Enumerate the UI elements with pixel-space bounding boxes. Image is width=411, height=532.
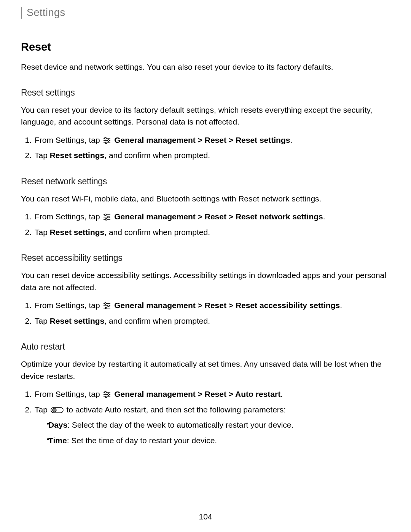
header-breadcrumb: Settings: [27, 7, 65, 18]
section-text: You can reset device accessibility setti…: [21, 269, 390, 293]
step-item: From Settings, tap General management > …: [33, 134, 390, 147]
section-heading-auto-restart: Auto restart: [21, 342, 390, 352]
step-item: Tap Reset settings, and confirm when pro…: [33, 315, 390, 328]
bullet-item: Time: Set the time of day to restart you…: [47, 435, 390, 447]
step-item: From Settings, tap General management > …: [33, 388, 390, 401]
steps-list: From Settings, tap General management > …: [21, 388, 390, 447]
sliders-icon: [103, 390, 111, 397]
page-title: Reset: [21, 41, 390, 53]
intro-paragraph: Reset device and network settings. You c…: [21, 61, 390, 73]
step-item: Tap Reset settings, and confirm when pro…: [33, 149, 390, 162]
page-header: Settings: [21, 7, 390, 19]
sliders-icon: [103, 136, 111, 143]
bullet-item: Days: Select the day of the week to auto…: [47, 419, 390, 431]
bullet-list: Days: Select the day of the week to auto…: [35, 419, 390, 447]
section-heading-reset-network: Reset network settings: [21, 176, 390, 187]
section-heading-reset-accessibility: Reset accessibility settings: [21, 253, 390, 263]
section-heading-reset-settings: Reset settings: [21, 88, 390, 98]
steps-list: From Settings, tap General management > …: [21, 134, 390, 162]
step-item: Tap to activate Auto restart, and then s…: [33, 404, 390, 447]
steps-list: From Settings, tap General management > …: [21, 211, 390, 238]
sliders-icon: [103, 301, 111, 308]
steps-list: From Settings, tap General management > …: [21, 299, 390, 327]
section-text: You can reset Wi-Fi, mobile data, and Bl…: [21, 193, 390, 205]
page-number: 104: [0, 512, 411, 521]
step-item: From Settings, tap General management > …: [33, 299, 390, 312]
sliders-icon: [103, 212, 111, 220]
step-item: From Settings, tap General management > …: [33, 211, 390, 223]
section-text: Optimize your device by restarting it au…: [21, 358, 390, 382]
toggle-icon: [51, 405, 64, 413]
section-text: You can reset your device to its factory…: [21, 104, 390, 128]
step-item: Tap Reset settings, and confirm when pro…: [33, 226, 390, 239]
